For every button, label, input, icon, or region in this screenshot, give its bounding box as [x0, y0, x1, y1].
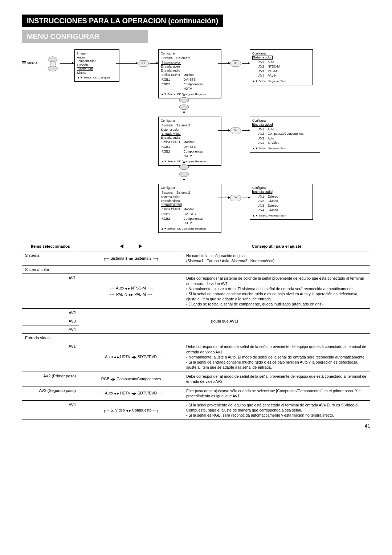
svg-point-1 [48, 66, 57, 71]
updown-arrow-1b: ▼ [182, 110, 186, 114]
svg-point-3 [179, 105, 189, 110]
th-advice: Consejo útil para el ajuste [183, 242, 370, 251]
row-ev-av1-item: AV1 [22, 342, 79, 372]
nav-ellipse-1a [179, 97, 189, 103]
updown-arrow-1: ▲ [182, 92, 186, 96]
row-ev-av1-cycle: ┌→ Auto HDTV SDTV/DVD ←┐ [79, 342, 183, 372]
row-av4-item: AV4 [22, 325, 79, 334]
th-items: Items seleccionados [22, 242, 79, 251]
page-number: 41 [22, 423, 370, 429]
row-sistema-advice: No cambie la configuración original.(Sis… [183, 251, 370, 266]
row-ev-av2p1-advice: Debe corresponder al modo de señal de la… [183, 372, 370, 386]
row-ev-av4-cycle: ┌→ S. Video Compuesto ←┐ [79, 400, 183, 420]
ok-button-4: OK [230, 195, 241, 201]
menu-icon [22, 61, 26, 65]
ok-button-3: OK [230, 127, 241, 134]
row-ev-av2p1-item: AV2 (Primer paso) [22, 372, 79, 386]
row-ev-av2p2-item: AV2 (Segundo paso) [22, 386, 79, 400]
osd-sub-entrada-audio: Configurar Entrada audio AV1Estéreo AV2L… [250, 184, 313, 220]
row-sistema-item: Sistema [22, 251, 79, 266]
row-ev-av2p2-advice: Este paso debe ajustarse sólo cuando se … [183, 386, 370, 400]
menu-flow-diagram: MENU Imagen Audio Temporizador Función C… [22, 49, 370, 238]
menu-button-label: MENU [22, 61, 37, 65]
row-av3-item: AV3 [22, 317, 79, 325]
osd-sub-sistema-color: Configurar Sistema color AV1Auto AV2NTSC… [250, 49, 313, 85]
svg-point-4 [179, 165, 189, 170]
row-ev-av1-advice: Debe corresponder al modo de señal de la… [183, 342, 370, 372]
ok-button-1: OK [138, 60, 149, 67]
ok-button-2: OK [230, 60, 241, 67]
osd-sub-entrada-video: Configurar Entrada video AV1Auto AV2Comp… [250, 117, 320, 153]
osd-configurar-video: Configurar SistemaSistema 2 Sistema colo… [158, 117, 221, 166]
arrow-4b [242, 130, 248, 131]
arrow-4a [218, 130, 229, 131]
row-av1-advice: Debe corresponder al sistema de color de… [183, 274, 370, 309]
settings-table: Items seleccionados Consejo útil para el… [22, 242, 370, 420]
nav-ellipse-2a [179, 164, 189, 170]
arrow-1 [60, 63, 73, 64]
svg-point-2 [179, 97, 189, 102]
section-title-bar: MENU CONFIGURAR [22, 30, 148, 43]
row-av234-same: (Igual que AV1) [79, 309, 370, 334]
row-ev-av2p2-cycle: ┌→ Auto HDTV SDTV/DVD ←┐ [79, 386, 183, 400]
row-entradavideo-item: Entrada video [22, 334, 79, 342]
row-entradavideo-span [79, 334, 370, 342]
row-av2-item: AV2 [22, 309, 79, 317]
arrow-2 [116, 63, 136, 64]
arrow-3a [218, 63, 229, 64]
updown-arrow-2: ▲ [182, 159, 186, 163]
updown-arrow-2b: ▼ [182, 178, 186, 182]
osd-configurar-audio: Configurar SistemaSistema 2 Sistema colo… [158, 184, 221, 233]
row-av1-item: AV1 [22, 274, 79, 309]
row-sistema-cycle: ┌→ Sistema 1 Sistema 2 ←┐ [79, 251, 183, 266]
arrow-5b [242, 198, 248, 198]
row-ev-av4-advice: • Si la señal proveniente del equipo que… [183, 400, 370, 420]
arrow-2b [150, 63, 157, 64]
nav-ellipse-2b [179, 171, 189, 178]
osd-main-menu: Imagen Audio Temporizador Función Config… [74, 49, 119, 82]
nav-down-icon [47, 65, 58, 72]
arrow-3b [242, 63, 248, 64]
row-ev-av4-item: AV4 [22, 400, 79, 420]
page-title-bar: INSTRUCCIONES PARA LA OPERACION (continu… [22, 15, 223, 27]
osd-configurar-color: Configurar SistemaSistema 2 Sistema colo… [158, 49, 221, 98]
nav-ellipse-1b [179, 104, 189, 110]
th-arrows [79, 242, 183, 251]
svg-point-5 [179, 172, 189, 177]
row-sistemacolor-span [79, 266, 370, 274]
row-ev-av2p1-cycle: ┌→ RGB Compuesto/Componentes ←┐ [79, 372, 183, 386]
row-sistemacolor-item: Sistema color [22, 266, 79, 274]
row-av1-cycle: ┌→ Auto NTSC-M ←┐└→ PAL-N PAL-M ←┘ [79, 274, 183, 309]
arrow-5a [218, 198, 229, 198]
